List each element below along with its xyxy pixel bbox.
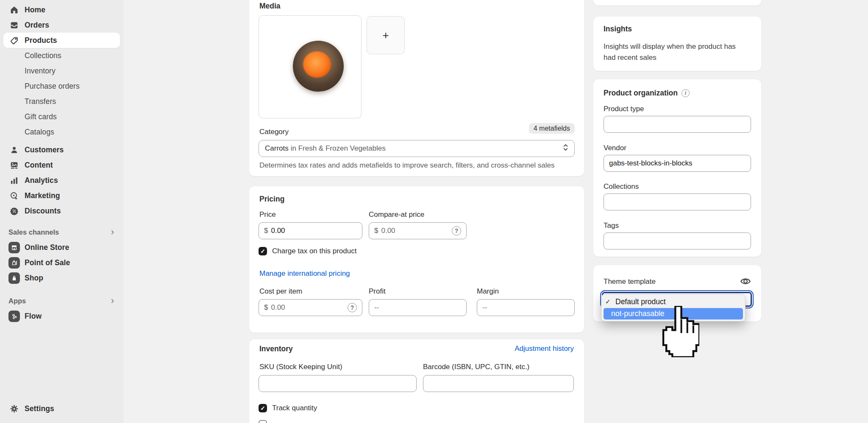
vendor-input[interactable] (604, 155, 751, 172)
compare-at-price-label: Compare-at price (369, 210, 424, 219)
sidebar-item-shop[interactable]: Shop (0, 270, 123, 286)
info-icon[interactable]: i (682, 89, 690, 97)
sku-label: SKU (Stock Keeping Unit) (259, 363, 342, 371)
sidebar-item-collections[interactable]: Collections (0, 48, 123, 63)
sidebar-item-catalogs[interactable]: Catalogs (0, 124, 123, 140)
add-media-button[interactable]: + (367, 16, 405, 54)
product-media-thumbnail[interactable] (259, 15, 362, 118)
sidebar-item-customers[interactable]: Customers (0, 142, 123, 157)
product-type-field[interactable] (609, 120, 746, 129)
sidebar-item-marketing[interactable]: Marketing (0, 188, 123, 203)
theme-template-dropdown-menu: ✓ Default product not-purchasable (601, 294, 746, 322)
help-icon[interactable]: ? (452, 226, 461, 235)
price-label: Price (259, 210, 276, 219)
charge-tax-checkbox-row[interactable]: ✓ Charge tax on this product (259, 247, 356, 255)
inventory-card: Inventory Adjustment history SKU (Stock … (249, 339, 584, 423)
category-select[interactable]: Carrots in Fresh & Frozen Vegetables (259, 140, 575, 157)
track-quantity-checkbox-row[interactable]: ✓ Track quantity (259, 404, 317, 412)
collections-label: Collections (604, 182, 639, 191)
select-updown-icon (563, 143, 568, 154)
sidebar-item-orders[interactable]: Orders (0, 17, 123, 33)
sidebar: Home Orders Products Collections Invento… (0, 0, 123, 423)
sidebar-item-label: Home (25, 6, 45, 14)
sidebar-item-purchase-orders[interactable]: Purchase orders (0, 78, 123, 94)
sidebar-item-transfers[interactable]: Transfers (0, 94, 123, 109)
media-category-card: Media + Category 4 metafields Carrots in… (249, 0, 584, 176)
sidebar-item-content[interactable]: Content (0, 157, 123, 173)
products-tag-icon (8, 35, 20, 46)
help-icon[interactable]: ? (348, 303, 357, 312)
sku-input[interactable] (259, 375, 417, 392)
sidebar-item-online-store[interactable]: Online Store (0, 240, 123, 255)
sidebar-item-inventory[interactable]: Inventory (0, 63, 123, 78)
cost-per-item-input[interactable]: $ ? (259, 299, 362, 316)
orders-icon (8, 20, 20, 31)
profit-field[interactable] (374, 303, 461, 312)
plus-icon: + (382, 29, 389, 42)
inventory-title: Inventory (259, 345, 293, 353)
category-helper-text: Determines tax rates and adds metafields… (259, 161, 554, 170)
clipped-checkbox[interactable] (259, 420, 267, 423)
barcode-label: Barcode (ISBN, UPC, GTIN, etc.) (423, 363, 529, 371)
track-quantity-label: Track quantity (272, 404, 317, 412)
adjustment-history-link[interactable]: Adjustment history (515, 345, 574, 353)
analytics-icon (8, 175, 20, 186)
charge-tax-label: Charge tax on this product (272, 247, 356, 255)
metafields-badge[interactable]: 4 metafields (529, 125, 575, 132)
sidebar-item-settings[interactable]: Settings (0, 401, 123, 416)
profit-input[interactable] (369, 299, 467, 316)
eye-icon[interactable] (740, 276, 751, 289)
discounts-icon (8, 205, 20, 217)
collections-input[interactable] (604, 193, 751, 210)
vendor-field[interactable] (609, 159, 746, 168)
tags-input[interactable] (604, 233, 751, 249)
bowl-of-carrots-image (293, 41, 344, 92)
content-icon (8, 160, 20, 171)
product-type-input[interactable] (604, 116, 751, 133)
margin-input[interactable] (477, 299, 575, 316)
media-title: Media (259, 2, 281, 11)
cost-per-item-field[interactable] (271, 303, 348, 312)
dropdown-option-default-product[interactable]: ✓ Default product (601, 296, 745, 308)
clipped-top-card (593, 0, 761, 6)
sidebar-item-products[interactable]: Products (3, 33, 120, 48)
product-organization-title: Product organization (604, 89, 678, 98)
sidebar-item-flow[interactable]: Flow (0, 308, 123, 324)
insights-title: Insights (604, 25, 632, 34)
marketing-icon (8, 190, 20, 202)
shop-icon (8, 272, 20, 284)
sidebar-item-gift-cards[interactable]: Gift cards (0, 109, 123, 124)
barcode-input[interactable] (423, 375, 574, 392)
margin-field[interactable] (482, 303, 569, 312)
margin-label: Margin (477, 287, 499, 296)
sku-field[interactable] (264, 379, 411, 388)
check-icon: ✓ (605, 298, 612, 305)
sidebar-item-point-of-sale[interactable]: Point of Sale (0, 255, 123, 270)
compare-at-price-input[interactable]: $ ? (369, 222, 467, 239)
point-of-sale-icon (8, 257, 20, 269)
product-type-label: Product type (604, 105, 644, 113)
tags-field[interactable] (609, 237, 746, 245)
sidebar-section-sales-channels[interactable]: Sales channels › (0, 224, 123, 240)
checkbox-checked-icon[interactable]: ✓ (259, 404, 267, 412)
flow-icon (8, 311, 20, 322)
price-field[interactable] (271, 227, 357, 235)
checkbox-checked-icon[interactable]: ✓ (259, 247, 267, 255)
cost-per-item-label: Cost per item (259, 287, 302, 296)
gear-icon (8, 403, 20, 415)
chevron-right-icon: › (111, 227, 114, 237)
price-input[interactable]: $ (259, 222, 362, 239)
sidebar-item-label: Orders (25, 21, 49, 30)
sidebar-section-apps[interactable]: Apps › (0, 293, 123, 308)
dropdown-option-not-purchasable[interactable]: not-purchasable (604, 308, 743, 319)
vendor-label: Vendor (604, 144, 626, 152)
collections-field[interactable] (609, 198, 746, 206)
sidebar-item-discounts[interactable]: Discounts (0, 203, 123, 219)
category-value: Carrots (265, 144, 289, 153)
manage-international-pricing-link[interactable]: Manage international pricing (259, 269, 350, 278)
barcode-field[interactable] (428, 379, 568, 388)
profit-label: Profit (369, 287, 386, 296)
sidebar-item-analytics[interactable]: Analytics (0, 173, 123, 188)
sidebar-item-home[interactable]: Home (0, 2, 123, 17)
compare-at-price-field[interactable] (381, 227, 452, 235)
